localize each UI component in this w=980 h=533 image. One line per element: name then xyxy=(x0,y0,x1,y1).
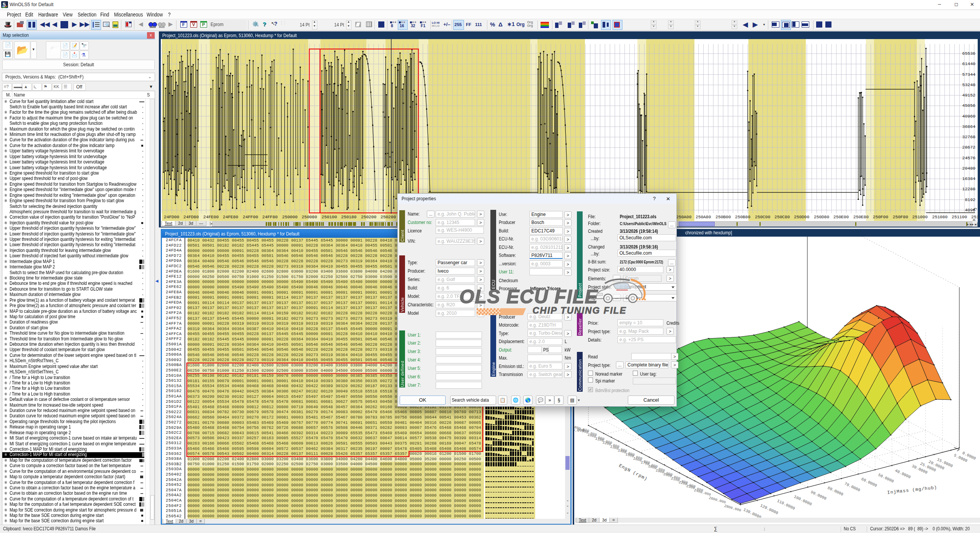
svg-text:80.0000: 80.0000 xyxy=(827,486,844,497)
svg-text:70.0000: 70.0000 xyxy=(844,481,861,493)
svg-text:90.0000: 90.0000 xyxy=(810,490,827,501)
svg-text:0.000: 0.000 xyxy=(574,428,585,433)
svg-text:InjMass (mg/hub): InjMass (mg/hub) xyxy=(887,485,938,495)
svg-text:2800.000: 2800.000 xyxy=(724,504,742,513)
svg-text:120.0000: 120.0000 xyxy=(760,503,779,515)
svg-text:2600.000: 2600.000 xyxy=(708,496,726,505)
svg-text:100.0000: 100.0000 xyxy=(793,494,813,507)
svg-text:EngN (rpm): EngN (rpm) xyxy=(618,463,648,482)
svg-text:60.0000: 60.0000 xyxy=(861,477,878,488)
svg-text:110.0000: 110.0000 xyxy=(776,499,796,511)
svg-text:40.0000: 40.0000 xyxy=(894,468,911,480)
svg-text:50.0000: 50.0000 xyxy=(877,473,895,484)
